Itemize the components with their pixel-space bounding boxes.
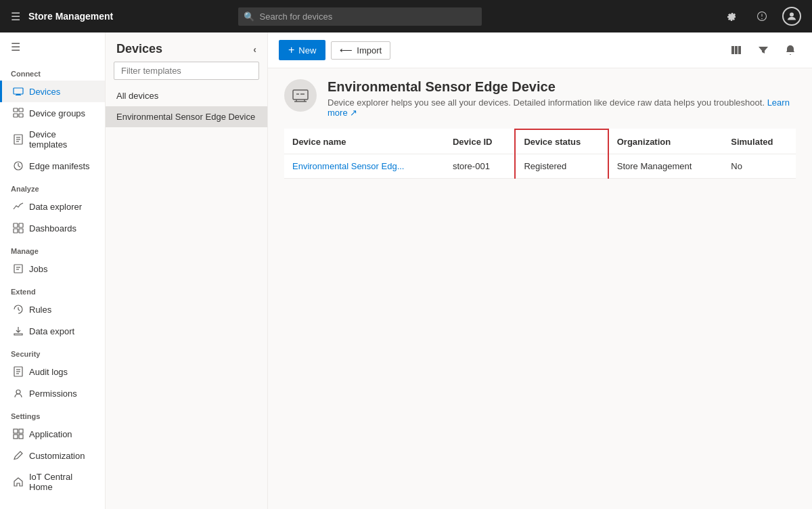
svg-point-0 [790,13,794,17]
sidebar-item-audit-logs[interactable]: Audit logs [0,361,105,382]
audit-logs-icon [13,366,24,377]
sidebar-item-permissions[interactable]: Permissions [0,382,105,404]
device-groups-icon [13,108,24,118]
import-arrow-icon: ⟵ [340,45,353,56]
mid-nav-all-devices-label: All devices [116,91,158,101]
sidebar-item-device-groups-label: Device groups [29,108,85,118]
svg-rect-27 [731,46,734,54]
sidebar-item-edge-manifests[interactable]: Edge manifests [0,155,105,177]
sidebar-item-jobs[interactable]: Jobs [0,258,105,280]
svg-point-22 [16,390,20,394]
device-header: Environmental Sensor Edge Device Device … [284,79,796,118]
settings-icon[interactable] [723,7,742,26]
cell-organization: Store Management [608,154,723,179]
search-input[interactable] [238,7,482,26]
sidebar-section-manage: Manage [0,239,105,258]
user-avatar[interactable] [782,7,801,26]
filter-templates-input[interactable] [114,62,259,80]
customization-icon [13,450,24,461]
import-button-label: Import [357,45,382,56]
notifications-icon[interactable] [780,39,801,61]
sidebar-item-devices[interactable]: Devices [0,81,105,102]
mid-panel: Devices ‹ All devices Environmental Sens… [106,32,268,509]
devices-icon [13,86,24,97]
col-simulated: Simulated [723,129,796,154]
main-layout: ☰ Connect Devices Device groups Device t… [0,32,812,509]
permissions-icon [13,388,24,399]
sidebar-item-device-templates-label: Device templates [29,129,94,150]
sidebar-item-customization[interactable]: Customization [0,445,105,466]
svg-rect-14 [19,229,23,233]
sidebar-section-connect: Connect [0,62,105,81]
collapse-icon[interactable]: ‹ [253,44,256,55]
mid-panel-header: Devices ‹ [106,32,267,62]
sidebar-item-device-groups[interactable]: Device groups [0,102,105,124]
sidebar-item-devices-label: Devices [29,87,60,97]
jobs-icon [13,263,24,274]
col-device-id: Device ID [445,129,515,154]
sidebar-item-audit-logs-label: Audit logs [29,367,68,377]
sidebar-section-analyze: Analyze [0,177,105,196]
import-button[interactable]: ⟵ Import [331,41,390,60]
sidebar-item-application[interactable]: Application [0,423,105,445]
device-table: Device name Device ID Device status Orga… [284,129,796,179]
device-name-link[interactable]: Environmental Sensor Edg... [292,161,404,171]
sidebar-item-permissions-label: Permissions [29,389,77,399]
svg-rect-24 [19,429,23,433]
topbar: ☰ Store Management 🔍 [0,0,812,32]
sidebar-item-iot-central-home[interactable]: IoT Central Home [0,466,105,497]
help-icon[interactable] [752,7,771,26]
sidebar-item-data-explorer[interactable]: Data explorer [0,196,105,217]
mid-nav-env-sensor[interactable]: Environmental Sensor Edge Device [106,106,267,127]
sidebar-item-rules[interactable]: Rules [0,298,105,320]
svg-rect-29 [738,46,741,54]
sidebar-item-data-explorer-label: Data explorer [29,202,82,212]
topbar-icons [723,7,801,26]
application-icon [13,428,24,439]
sidebar-hamburger[interactable]: ☰ [0,32,105,62]
mid-panel-title: Devices [116,42,162,56]
sidebar-section-security: Security [0,342,105,361]
cell-device-name: Environmental Sensor Edg... [284,154,445,179]
sidebar-item-data-export-label: Data export [29,326,74,336]
svg-rect-28 [735,46,738,54]
svg-rect-12 [19,223,23,227]
sidebar-item-edge-manifests-label: Edge manifests [29,161,90,171]
new-button[interactable]: + New [279,40,325,60]
column-options-icon[interactable] [725,39,747,61]
filter-icon[interactable] [752,39,774,61]
svg-rect-26 [19,435,23,439]
svg-rect-30 [293,90,308,99]
col-device-status: Device status [515,129,608,154]
edge-manifests-icon [13,160,24,171]
sidebar-item-dashboards[interactable]: Dashboards [0,217,105,239]
sidebar-section-settings: Settings [0,404,105,423]
search-bar: 🔍 [238,7,482,26]
hamburger-icon[interactable]: ☰ [11,10,20,23]
col-device-name: Device name [284,129,445,154]
sidebar-section-extend: Extend [0,280,105,298]
sidebar-item-application-label: Application [29,429,72,439]
new-button-label: New [298,45,316,56]
plus-icon: + [288,44,294,56]
sidebar-item-data-export[interactable]: Data export [0,320,105,342]
mid-nav-all-devices[interactable]: All devices [106,85,267,106]
sidebar-item-dashboards-label: Dashboards [29,223,76,234]
svg-rect-2 [14,108,18,112]
sidebar-item-customization-label: Customization [29,451,85,461]
search-icon: 🔍 [244,12,254,22]
data-export-icon [13,326,24,336]
sidebar-item-jobs-label: Jobs [29,264,47,274]
table-header-row: Device name Device ID Device status Orga… [284,129,796,154]
sidebar-item-iot-central-home-label: IoT Central Home [29,472,94,492]
svg-rect-15 [14,265,22,273]
iot-central-home-icon [13,477,24,487]
content-toolbar: + New ⟵ Import [268,32,812,68]
device-templates-icon [13,134,24,145]
content-body: Environmental Sensor Edge Device Device … [268,68,812,509]
svg-rect-11 [14,223,18,227]
sidebar-item-device-templates[interactable]: Device templates [0,124,105,155]
mid-panel-filter [106,62,267,85]
svg-rect-4 [14,114,18,117]
table-row: Environmental Sensor Edg... store-001 Re… [284,154,796,179]
